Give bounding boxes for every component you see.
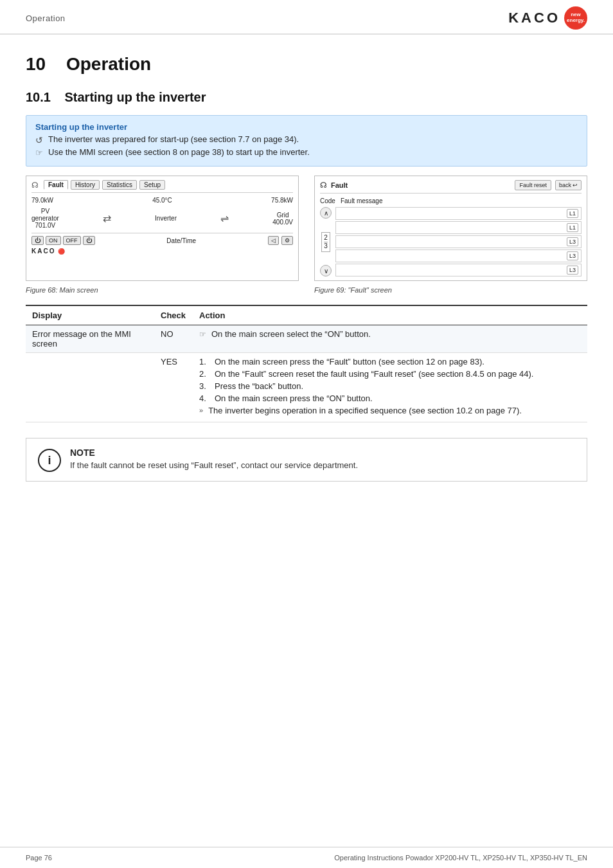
col-display-header: Display (26, 305, 154, 325)
info-box-title: Starting up the inverter (35, 122, 578, 132)
info-box: Starting up the inverter ↺ The inverter … (26, 115, 587, 167)
mmi-bottom-row: ⏻ ON OFF ⏻ Date/Time ◁ ⚙ (31, 233, 293, 245)
mmi-center-value: 45.0°C (152, 197, 172, 204)
inverter-label: Inverter (155, 215, 177, 222)
fault-header-right: Fault reset back ↩ (515, 180, 582, 190)
note-text: If the fault cannot be reset using “Faul… (70, 460, 358, 470)
fault-header-left: ☊ Fault (320, 181, 348, 190)
fraction-bottom: 3 (324, 242, 328, 250)
mmi-tab-bar: ☊ Fault History Statistics Setup (31, 180, 293, 193)
fault-main: ∧ 2 3 ∨ L1 (320, 207, 582, 276)
section-heading: 10.1 Starting up the inverter (26, 90, 587, 105)
circle-icon: ↺ (35, 135, 43, 145)
page-footer: Page 76 Operating Instructions Powador X… (0, 847, 613, 868)
fault-l3-badge-3: L3 (567, 266, 578, 275)
fault-nav: ∧ 2 3 ∨ (320, 207, 332, 276)
info-box-item-1: ↺ The inverter was prepared for start-up… (35, 134, 578, 145)
col-check-header: Check (154, 305, 193, 325)
inverter-to-grid-arrow: ⇌ (220, 212, 229, 224)
action-item-no-1: ☞ On the main screen select the “ON” but… (199, 329, 581, 339)
figure-fault-screen: ☊ Fault Fault reset back ↩ Code Fault me… (314, 176, 587, 281)
figures-row: ☊ Fault History Statistics Setup 79.0kW … (26, 176, 587, 281)
action-arrow-icon: ☞ (199, 330, 206, 339)
mmi-inverter-block: Inverter (155, 215, 177, 222)
action-bullet-icon: » (199, 406, 203, 414)
mmi-diagram: PV generator 701.0V ⇄ Inverter ⇌ Grid 40… (31, 208, 293, 229)
fault-code-row: Code Fault message (320, 197, 582, 204)
pv-label: PV (31, 208, 59, 215)
power-on-icon[interactable]: ⏻ (31, 236, 44, 245)
fault-reset-button[interactable]: Fault reset (515, 180, 551, 190)
caption-main: Figure 68: Main screen (26, 285, 299, 294)
fault-back-button[interactable]: back ↩ (555, 180, 582, 190)
fault-row-4: L3 (335, 249, 582, 262)
action-num-2: 2. (199, 369, 209, 379)
mmi-kaco-logo: KACO (31, 248, 55, 255)
table-header-row: Display Check Action (26, 305, 587, 325)
mmi-pv-block: PV generator 701.0V (31, 208, 59, 229)
fault-nav-down[interactable]: ∨ (320, 265, 332, 276)
action-text-yes-3: Press the “back” button. (215, 381, 303, 391)
action-list-yes: 1. On the main screen press the “Fault” … (199, 357, 581, 415)
action-item-yes-2: 2. On the “Fault” screen reset the fault… (199, 369, 581, 379)
page-header: Operation KACO new energy. (0, 0, 613, 35)
fault-row-3: L3 (335, 235, 582, 248)
fault-l3-badge-1: L3 (567, 237, 578, 246)
settings-btn[interactable]: ⚙ (281, 236, 293, 245)
power-off-icon[interactable]: ⏻ (83, 236, 95, 245)
pv-sub: generator (31, 215, 59, 222)
mmi-values-row: 79.0kW 45.0°C 75.8kW (31, 197, 293, 204)
tab-history[interactable]: History (71, 180, 100, 190)
grid-label: Grid (272, 212, 293, 219)
action-text-yes-4: On the main screen press the “ON” button… (215, 393, 373, 403)
fault-label: Fault (331, 181, 348, 189)
up-chevron-icon: ∧ (324, 210, 328, 217)
fault-l1-badge-2: L1 (567, 223, 578, 232)
info-box-item-2: ☞ Use the MMI screen (see section 8 on p… (35, 147, 578, 158)
action-item-yes-4: 4. On the main screen press the “ON” but… (199, 393, 581, 403)
action-item-yes-bullet: » The inverter begins operation in a spe… (199, 406, 581, 415)
back-arrow-btn[interactable]: ◁ (268, 236, 279, 245)
mmi-kaco-badge-small: 🔴 (58, 248, 65, 255)
action-num-4: 4. (199, 393, 209, 403)
down-chevron-icon: ∨ (324, 267, 328, 275)
fault-l1-badge-1: L1 (567, 209, 578, 218)
fault-message-label: Fault message (341, 197, 383, 204)
page-content: 10 Operation 10.1 Starting up the invert… (0, 35, 613, 514)
kaco-new-energy: new energy. (564, 12, 587, 24)
section-label: Operation (26, 14, 66, 23)
display-cell-2 (26, 353, 154, 422)
mmi-right-value: 75.8kW (271, 197, 293, 204)
tab-fault[interactable]: Fault (44, 180, 68, 190)
on-button[interactable]: ON (46, 236, 61, 245)
kaco-logo: KACO new energy. (508, 6, 587, 30)
mmi-grid-block: Grid 400.0V (272, 212, 293, 226)
fault-row-2: L1 (335, 221, 582, 234)
pv-to-inverter-arrow: ⇄ (103, 212, 111, 224)
chapter-num: 10 (26, 54, 46, 75)
kaco-badge: new energy. (564, 6, 587, 30)
mmi-logo-row: KACO 🔴 (31, 248, 293, 255)
action-num-3: 3. (199, 381, 209, 391)
kaco-text: KACO (508, 10, 560, 26)
tab-statistics[interactable]: Statistics (102, 180, 137, 190)
tab-setup[interactable]: Setup (139, 180, 165, 190)
doc-title: Operating Instructions Powador XP200-HV … (334, 854, 587, 862)
off-button[interactable]: OFF (63, 236, 81, 245)
action-list-no: ☞ On the main screen select the “ON” but… (199, 329, 581, 339)
chapter-heading: 10 Operation (26, 54, 587, 75)
back-label: back (559, 182, 571, 188)
section-num: 10.1 (26, 90, 51, 105)
fault-fraction: 2 3 (321, 232, 330, 252)
page-number: Page 76 (26, 854, 52, 862)
note-content: NOTE If the fault cannot be reset using … (70, 448, 358, 470)
procedure-table: Display Check Action Error message on th… (26, 305, 587, 422)
table-body: Error message on the MMI screen NO ☞ On … (26, 325, 587, 422)
action-text-yes-bullet: The inverter begins operation in a speci… (208, 406, 522, 415)
fault-row-1: L1 (335, 207, 582, 220)
fault-nav-up[interactable]: ∧ (320, 207, 332, 219)
fault-header: ☊ Fault Fault reset back ↩ (320, 180, 582, 194)
back-icon: ↩ (573, 182, 578, 188)
action-item-yes-3: 3. Press the “back” button. (199, 381, 581, 391)
col-action-header: Action (193, 305, 587, 325)
